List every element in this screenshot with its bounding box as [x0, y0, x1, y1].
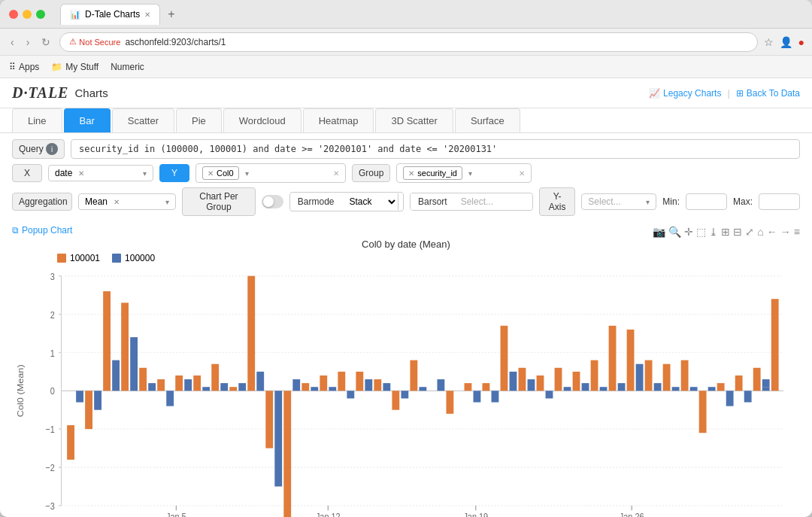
forward-button[interactable]: › — [23, 35, 33, 50]
barsort-select[interactable]: Select... ▾ — [455, 194, 533, 209]
max-label: Max: — [733, 196, 753, 207]
popup-chart-link[interactable]: ⧉ Popup Chart — [12, 225, 72, 236]
svg-rect-74 — [555, 368, 562, 391]
bookmark-apps[interactable]: ⠿ Apps — [9, 62, 39, 72]
legend-label-100000: 100000 — [125, 253, 155, 263]
crosshair-icon[interactable]: ✛ — [684, 226, 693, 238]
bookmark-my-stuff[interactable]: 📁 My Stuff — [51, 62, 98, 72]
chart-toolbar: 📷 🔍 ✛ ⬚ ⤓ ⊞ ⊟ ⤢ ⌂ ← → ≡ — [653, 226, 800, 238]
svg-rect-44 — [283, 391, 291, 517]
svg-rect-55 — [383, 383, 390, 391]
header-right: 📈 Legacy Charts | ⊞ Back To Data — [649, 87, 800, 99]
max-input[interactable] — [759, 193, 800, 210]
autoscale-icon[interactable]: ⤢ — [745, 226, 754, 238]
svg-rect-53 — [365, 379, 372, 391]
zoom-in-icon[interactable]: ⊞ — [721, 226, 730, 238]
y-axis-select[interactable]: Select... ▾ — [581, 193, 656, 210]
barmode-caret[interactable]: ✕ — [398, 193, 404, 210]
aggregation-select[interactable]: Mean ✕ ▾ — [78, 193, 176, 210]
bookmark-numeric[interactable]: Numeric — [111, 62, 144, 72]
menu-icon[interactable]: ● — [798, 36, 804, 48]
tab-pie[interactable]: Pie — [176, 108, 222, 132]
x-label: X — [12, 164, 42, 182]
maximize-button[interactable] — [36, 10, 45, 19]
grid-icon: ⊞ — [736, 88, 744, 99]
svg-rect-77 — [582, 383, 589, 391]
query-row: Query i security_id in (100000, 100001) … — [12, 139, 800, 159]
svg-rect-72 — [537, 376, 544, 391]
x-select[interactable]: date ✕ ▾ — [48, 165, 153, 181]
tab-scatter[interactable]: Scatter — [112, 108, 174, 132]
close-button[interactable] — [9, 10, 18, 19]
zoom-out-icon[interactable]: ⊟ — [733, 226, 742, 238]
group-tag: ✕ security_id — [403, 166, 462, 180]
svg-rect-25 — [112, 360, 120, 391]
chart-title: Col0 by date (Mean) — [12, 239, 800, 250]
svg-text:Jan 5: Jan 5 — [166, 511, 186, 517]
tab-close-icon[interactable]: ✕ — [144, 11, 150, 19]
tab-heatmap[interactable]: Heatmap — [303, 108, 374, 132]
svg-rect-41 — [256, 372, 264, 391]
tab-wordcloud[interactable]: Wordcloud — [223, 108, 301, 132]
svg-rect-93 — [726, 391, 734, 406]
svg-rect-47 — [311, 387, 318, 391]
home-icon[interactable]: ⌂ — [757, 226, 763, 238]
forward-icon[interactable]: → — [780, 226, 791, 238]
zoom-icon[interactable]: 🔍 — [668, 226, 681, 238]
svg-rect-67 — [492, 391, 499, 402]
svg-rect-57 — [401, 391, 408, 398]
svg-text:−3: −3 — [45, 500, 55, 512]
main-chart-svg[interactable]: 3 2 1 0 −1 −2 −3 Col0 (Mean) — [12, 266, 800, 517]
svg-text:−1: −1 — [45, 424, 54, 435]
min-input[interactable] — [686, 193, 727, 210]
url-input[interactable]: ⚠ Not Secure aschonfeld:9203/charts/1 — [59, 32, 757, 52]
query-input[interactable]: security_id in (100000, 100001) and date… — [71, 139, 800, 159]
chart-per-group-toggle[interactable] — [262, 195, 283, 208]
legacy-charts-link[interactable]: 📈 Legacy Charts — [649, 88, 721, 99]
svg-rect-66 — [483, 383, 490, 391]
svg-rect-31 — [166, 391, 174, 406]
svg-rect-71 — [528, 379, 535, 391]
svg-rect-34 — [193, 376, 201, 391]
chart-area: ⧉ Popup Chart 📷 🔍 ✛ ⬚ ⤓ ⊞ ⊟ ⤢ ⌂ ← → ≡ — [0, 222, 812, 517]
svg-rect-50 — [338, 372, 345, 391]
svg-rect-96 — [753, 368, 761, 391]
svg-rect-56 — [392, 391, 399, 409]
tab-favicon: 📊 — [70, 10, 80, 20]
tab-surface[interactable]: Surface — [455, 108, 520, 132]
traffic-lights — [9, 10, 45, 19]
group-select[interactable]: ✕ security_id ▾ ✕ — [396, 163, 532, 183]
back-to-data-link[interactable]: ⊞ Back To Data — [736, 88, 800, 99]
barmode-select[interactable]: Stack Group Overlay — [342, 193, 398, 211]
svg-text:0: 0 — [50, 386, 55, 397]
svg-text:Jan 12: Jan 12 — [316, 511, 341, 517]
y-select[interactable]: ✕ Col0 ▾ ✕ — [195, 163, 346, 183]
browser-tab[interactable]: 📊 D-Tale Charts ✕ — [60, 4, 160, 25]
min-label: Min: — [662, 196, 680, 207]
query-info-icon[interactable]: i — [46, 143, 58, 155]
svg-rect-42 — [265, 391, 273, 448]
svg-rect-70 — [519, 368, 526, 391]
barmode-control[interactable]: Barmode Stack Group Overlay ✕ — [289, 192, 404, 211]
svg-rect-83 — [636, 364, 644, 391]
lasso-icon[interactable]: ⤓ — [709, 226, 718, 238]
more-icon[interactable]: ≡ — [794, 226, 800, 238]
back-icon[interactable]: ← — [767, 226, 777, 238]
tab-bar[interactable]: Bar — [64, 108, 111, 132]
svg-rect-45 — [292, 379, 300, 391]
minimize-button[interactable] — [23, 10, 32, 19]
svg-rect-29 — [148, 383, 156, 391]
tab-line[interactable]: Line — [12, 108, 62, 132]
svg-rect-79 — [600, 387, 607, 391]
bookmark-icon[interactable]: ☆ — [764, 36, 774, 48]
tab-3d-scatter[interactable]: 3D Scatter — [375, 108, 453, 132]
y-tag: ✕ Col0 — [202, 166, 239, 180]
camera-icon[interactable]: 📷 — [653, 226, 665, 238]
reload-button[interactable]: ↻ — [38, 35, 53, 50]
new-tab-button[interactable]: + — [163, 6, 179, 23]
profile-icon[interactable]: 👤 — [780, 36, 792, 48]
barsort-control: Barsort Select... ▾ — [410, 193, 533, 211]
back-button[interactable]: ‹ — [8, 35, 17, 50]
svg-rect-99 — [762, 379, 770, 387]
select-icon[interactable]: ⬚ — [696, 226, 706, 238]
